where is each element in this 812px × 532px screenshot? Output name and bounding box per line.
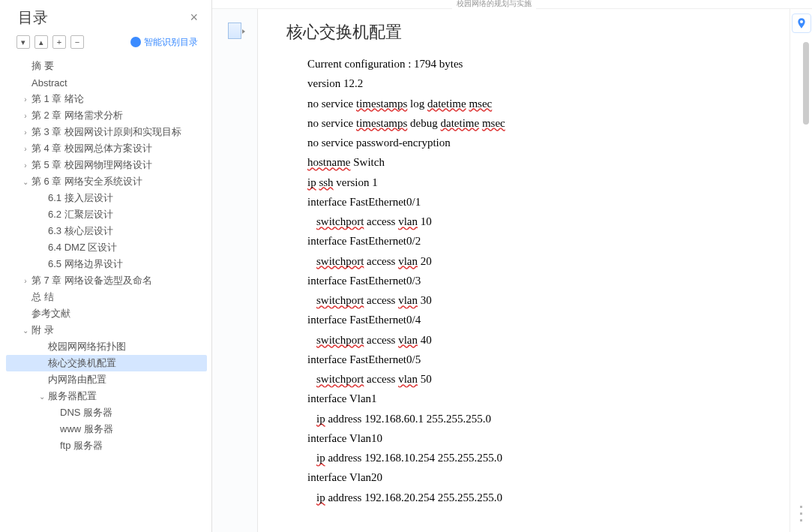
toc-item[interactable]: ›第 4 章 校园网总体方案设计 xyxy=(6,140,207,157)
toc-item[interactable]: ⌄服务器配置 xyxy=(6,388,207,404)
toc-tree[interactable]: 摘 要Abstract›第 1 章 绪论›第 2 章 网络需求分析›第 3 章 … xyxy=(0,53,211,532)
toc-item[interactable]: 内网路由配置 xyxy=(6,371,207,388)
zoom-out-button[interactable]: − xyxy=(70,35,84,49)
toc-item-label: www 服务器 xyxy=(60,422,113,436)
chevron-right-icon[interactable]: › xyxy=(19,145,31,153)
spell-squiggle: ip xyxy=(316,452,325,464)
toc-item-label: 附 录 xyxy=(31,323,54,337)
spell-squiggle: msec xyxy=(482,117,505,129)
toc-item[interactable]: 摘 要 xyxy=(6,58,207,74)
sidebar-title: 目录 xyxy=(18,8,48,28)
map-pin-icon xyxy=(796,17,808,29)
toc-item[interactable]: 6.3 核心层设计 xyxy=(6,223,207,239)
spell-squiggle: datetime xyxy=(427,98,466,110)
config-line: ip address 192.168.10.254 255.255.255.0 xyxy=(286,448,794,467)
config-line: switchport access vlan 20 xyxy=(286,251,794,271)
toc-item[interactable]: www 服务器 xyxy=(6,421,207,437)
sidebar-toolbar: ▾ ▴ + − 智能识别目录 xyxy=(0,32,211,53)
config-line: switchport access vlan 30 xyxy=(286,290,794,310)
toc-item[interactable]: 参考文献 xyxy=(6,305,207,322)
toc-item[interactable]: 校园网网络拓扑图 xyxy=(6,338,207,355)
chevron-down-icon[interactable]: ⌄ xyxy=(19,326,31,335)
config-line: no service timestamps log datetime msec xyxy=(286,94,794,113)
config-line: no service timestamps debug datetime mse… xyxy=(286,113,794,133)
config-line: interface Vlan10 xyxy=(286,428,794,448)
config-line: interface Vlan1 xyxy=(286,389,794,408)
config-line: interface FastEthernet0/2 xyxy=(286,231,794,251)
toc-item[interactable]: ›第 5 章 校园网物理网络设计 xyxy=(6,157,207,173)
toc-item-label: 参考文献 xyxy=(31,307,70,320)
chevron-right-icon[interactable]: › xyxy=(19,128,31,137)
chevron-right-icon[interactable]: › xyxy=(19,112,31,120)
spell-squiggle: ip xyxy=(307,176,316,188)
config-line: interface FastEthernet0/4 xyxy=(286,310,794,329)
smart-toc-link[interactable]: 智能识别目录 xyxy=(130,36,198,49)
toc-item[interactable]: ›第 7 章 网络设备选型及命名 xyxy=(6,272,207,289)
chevron-right-icon[interactable]: › xyxy=(19,161,31,170)
toc-item[interactable]: ⌄第 6 章 网络安全系统设计 xyxy=(6,173,207,190)
chevron-right-icon[interactable]: › xyxy=(19,277,31,285)
toc-item-label: 第 5 章 校园网物理网络设计 xyxy=(31,158,152,172)
spell-squiggle: timestamps xyxy=(356,117,407,129)
config-line: ip address 192.168.20.254 255.255.255.0 xyxy=(286,488,794,507)
toc-item-label: 6.5 网络边界设计 xyxy=(48,257,123,271)
collapse-all-button[interactable]: ▾ xyxy=(16,35,30,49)
page-gutter xyxy=(212,0,257,532)
doc-tab-hint: 校园网络的规划与实施 xyxy=(452,0,536,9)
toc-item[interactable]: DNS 服务器 xyxy=(6,404,207,421)
spell-squiggle: vlan xyxy=(398,215,418,227)
spell-squiggle: switchport xyxy=(316,255,364,267)
toc-item[interactable]: 核心交换机配置 xyxy=(6,355,207,371)
toc-item[interactable]: ›第 3 章 校园网设计原则和实现目标 xyxy=(6,124,207,140)
page-heading: 核心交换机配置 xyxy=(286,21,794,44)
config-line: interface FastEthernet0/3 xyxy=(286,271,794,290)
toc-item[interactable]: ftp 服务器 xyxy=(6,437,207,454)
config-line: interface FastEthernet0/1 xyxy=(286,192,794,212)
toc-item-label: 校园网网络拓扑图 xyxy=(48,340,126,353)
toc-item[interactable]: 6.4 DMZ 区设计 xyxy=(6,239,207,256)
close-icon[interactable]: × xyxy=(190,10,198,26)
toc-item-label: 第 3 章 校园网设计原则和实现目标 xyxy=(31,125,181,139)
toc-item-label: 第 6 章 网络安全系统设计 xyxy=(31,175,142,188)
zoom-in-button[interactable]: + xyxy=(52,35,66,49)
config-line: interface FastEthernet0/5 xyxy=(286,350,794,369)
toc-item-label: 第 1 章 绪论 xyxy=(31,92,84,106)
spell-squiggle: switchport xyxy=(316,215,364,227)
toc-item[interactable]: ›第 1 章 绪论 xyxy=(6,91,207,107)
spell-squiggle: switchport xyxy=(316,373,364,385)
smart-toc-label: 智能识别目录 xyxy=(144,36,198,49)
chevron-down-icon[interactable]: ⌄ xyxy=(19,178,31,186)
config-line: Current configuration : 1794 bytes xyxy=(286,54,794,74)
toc-item[interactable]: ⌄附 录 xyxy=(6,322,207,338)
document-page[interactable]: 核心交换机配置 Current configuration : 1794 byt… xyxy=(257,0,812,532)
spell-squiggle: vlan xyxy=(398,334,418,346)
spell-squiggle: ip xyxy=(316,491,325,503)
toc-item[interactable]: ›第 2 章 网络需求分析 xyxy=(6,107,207,124)
config-line: switchport access vlan 10 xyxy=(286,212,794,231)
toc-item-label: DNS 服务器 xyxy=(60,406,112,419)
config-line: version 12.2 xyxy=(286,74,794,93)
app-root: 目录 × ▾ ▴ + − 智能识别目录 摘 要Abstract›第 1 章 绪论… xyxy=(0,0,812,532)
expand-all-button[interactable]: ▴ xyxy=(34,35,48,49)
toc-item[interactable]: Abstract xyxy=(6,74,207,91)
toc-item[interactable]: 6.5 网络边界设计 xyxy=(6,256,207,272)
config-line: ip ssh version 1 xyxy=(286,173,794,192)
toc-item-label: 服务器配置 xyxy=(48,389,97,403)
toc-item[interactable]: 6.1 接入层设计 xyxy=(6,190,207,206)
toolbar-buttons: ▾ ▴ + − xyxy=(16,35,84,49)
chevron-right-icon[interactable]: › xyxy=(19,95,31,104)
config-body: Current configuration : 1794 bytesversio… xyxy=(286,54,794,507)
config-line: hostname Switch xyxy=(286,152,794,172)
toc-item-label: 6.2 汇聚层设计 xyxy=(48,208,113,221)
spell-squiggle: switchport xyxy=(316,334,364,346)
toc-item-label: 第 4 章 校园网总体方案设计 xyxy=(31,142,152,155)
toc-item-label: Abstract xyxy=(31,77,67,89)
scrollbar-thumb[interactable] xyxy=(803,42,809,125)
toc-item[interactable]: 6.2 汇聚层设计 xyxy=(6,206,207,223)
toc-item[interactable]: 总 结 xyxy=(6,289,207,305)
page-thumbnail-icon[interactable] xyxy=(228,23,241,39)
spell-squiggle: switchport xyxy=(316,294,364,306)
rail-menu-icon[interactable] xyxy=(800,506,802,521)
chevron-down-icon[interactable]: ⌄ xyxy=(36,392,48,401)
location-pin-button[interactable] xyxy=(792,14,811,33)
